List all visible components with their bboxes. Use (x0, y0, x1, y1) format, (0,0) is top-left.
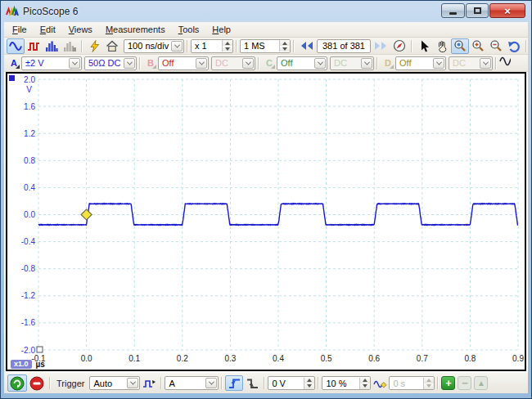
picoscope-window: PicoScope 6 × File Edit Views Measuremen… (0, 0, 532, 399)
spectrum-persistence-button[interactable] (61, 38, 79, 54)
svg-text:0.9: 0.9 (512, 354, 524, 363)
buffer-next-button[interactable] (371, 38, 390, 54)
channel-c-range-value: Off (277, 58, 313, 68)
chevron-down-icon (196, 58, 207, 69)
rising-edge-button[interactable] (225, 375, 243, 391)
scope-view-button[interactable] (7, 38, 25, 54)
zoom-in-button[interactable] (469, 38, 487, 54)
trigger-delay-button[interactable] (371, 375, 389, 391)
home-settings-button[interactable] (103, 38, 121, 54)
magnifier-minus-icon (489, 39, 503, 52)
stop-icon (29, 376, 44, 391)
trigger-toolbar: Trigger Auto A (4, 372, 528, 393)
buffer-position-value: 381 of 381 (322, 41, 365, 51)
titlebar[interactable]: PicoScope 6 × (1, 1, 531, 22)
undo-zoom-button[interactable] (505, 38, 523, 54)
channel-c-options-button[interactable]: C (262, 56, 277, 70)
double-left-arrow-icon (300, 41, 313, 51)
spinner-arrows-icon[interactable] (304, 378, 314, 389)
menu-help[interactable]: Help (205, 23, 237, 36)
sample-count-spinner[interactable]: 1 MS (240, 39, 291, 53)
magnifier-plus-icon (471, 39, 485, 52)
channel-d-range-dropdown[interactable]: Off (395, 56, 446, 70)
maximize-button[interactable] (466, 3, 489, 18)
zoom-select-tool-button[interactable] (451, 38, 469, 54)
spinner-arrows-icon (423, 378, 434, 389)
menu-file[interactable]: File (6, 23, 34, 36)
channel-c-coupling-dropdown: DC (330, 56, 374, 70)
channel-d-coupling-dropdown: DC (449, 56, 493, 70)
axis-scale-handle (37, 347, 43, 352)
chevron-down-icon (171, 41, 183, 52)
channel-a-coupling-value: 50Ω DC (85, 58, 123, 68)
channel-b-range-value: Off (159, 58, 195, 68)
scope-frame[interactable]: -0.10.00.10.20.30.40.50.60.70.80.92.01.6… (6, 72, 526, 371)
x-axis-unit-label: µs (36, 360, 45, 369)
spectrum-view-button[interactable] (43, 38, 61, 54)
spinner-arrows-icon[interactable] (222, 40, 232, 52)
menu-edit[interactable]: Edit (34, 23, 62, 36)
separator (49, 377, 51, 389)
trigger-threshold-spinner[interactable]: 0 V (268, 376, 315, 390)
hand-icon (436, 40, 448, 52)
edit-icon: ▲ (477, 379, 485, 388)
trigger-label: Trigger (56, 379, 84, 388)
spinner-arrows-icon[interactable] (279, 40, 290, 52)
edit-measurement-button: ▲ (474, 376, 488, 390)
channel-a-range-dropdown[interactable]: ±2 V (21, 56, 82, 70)
zoom-factor-spinner[interactable]: x 1 (191, 39, 233, 53)
channel-d-options-button[interactable]: D (381, 56, 395, 70)
trigger-delay-value: 0 s (390, 379, 423, 388)
pan-tool-button[interactable] (433, 38, 451, 54)
menu-tools[interactable]: Tools (172, 23, 206, 36)
close-button[interactable]: × (489, 3, 525, 18)
svg-text:0.4: 0.4 (273, 354, 284, 363)
add-measurement-button[interactable]: + (441, 376, 455, 390)
advanced-trigger-button[interactable] (140, 375, 158, 391)
menu-measurements[interactable]: Measurements (99, 23, 172, 36)
channel-a-coupling-dropdown[interactable]: 50Ω DC (84, 56, 137, 70)
chevron-down-icon (124, 58, 135, 69)
zoom-out-button[interactable] (487, 38, 505, 54)
svg-text:0.2: 0.2 (177, 354, 188, 363)
pre-trigger-spinner[interactable]: 10 % (322, 376, 371, 390)
trigger-source-dropdown[interactable]: A (165, 376, 219, 390)
timebase-dropdown[interactable]: 100 ns/div (124, 39, 184, 53)
persistence-view-button[interactable] (25, 38, 43, 54)
channel-b-coupling-value: DC (212, 58, 241, 68)
awg-waveform-icon (499, 56, 511, 70)
separator (139, 57, 141, 69)
signal-generator-button[interactable] (85, 38, 103, 54)
svg-text:-0.4: -0.4 (21, 237, 36, 246)
close-icon: × (504, 6, 511, 16)
chevron-down-icon (361, 58, 372, 69)
separator (376, 57, 378, 69)
channel-toolbar: A ±2 V 50Ω DC B Off DC C Off (4, 55, 528, 72)
channel-b-options-button[interactable]: B (143, 56, 158, 70)
separator (437, 377, 439, 389)
x-scale-badge[interactable]: x1.0 (11, 360, 32, 369)
menu-views[interactable]: Views (62, 23, 99, 36)
svg-text:0.4: 0.4 (24, 183, 35, 192)
picoscope-logo-icon (6, 6, 19, 17)
buffer-navigator-button[interactable] (390, 38, 408, 54)
maximize-icon (474, 7, 481, 14)
trigger-mode-dropdown[interactable]: Auto (89, 376, 140, 390)
channel-a-options-button[interactable]: A (7, 56, 21, 70)
zoom-factor-value: x 1 (192, 41, 222, 51)
trigger-delay-spinner: 0 s (389, 376, 435, 390)
scope-plot[interactable]: -0.10.00.10.20.30.40.50.60.70.80.92.01.6… (7, 74, 525, 370)
buffer-position-field[interactable]: 381 of 381 (317, 39, 371, 53)
channel-b-coupling-dropdown: DC (211, 56, 255, 70)
spinner-arrows-icon[interactable] (359, 378, 370, 389)
trigger-mode-value: Auto (90, 379, 126, 388)
channel-c-range-dropdown[interactable]: Off (277, 56, 327, 70)
scope-display[interactable]: -0.10.00.10.20.30.40.50.60.70.80.92.01.6… (4, 72, 528, 372)
channel-b-range-dropdown[interactable]: Off (158, 56, 209, 70)
select-tool-button[interactable] (415, 38, 433, 54)
start-capture-button[interactable] (7, 374, 27, 392)
falling-edge-button[interactable] (243, 375, 261, 391)
minimize-button[interactable] (441, 3, 465, 18)
stop-capture-button[interactable] (27, 374, 47, 392)
buffer-previous-button[interactable] (297, 38, 317, 54)
